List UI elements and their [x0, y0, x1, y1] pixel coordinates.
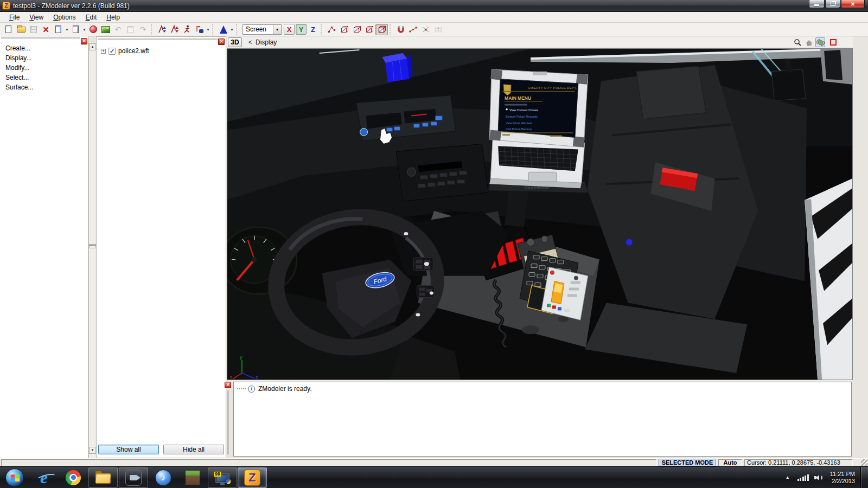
material-editor-icon[interactable]	[99, 24, 112, 35]
tool-move-vertices-icon[interactable]	[156, 24, 168, 35]
command-display[interactable]: Display...	[0, 53, 88, 63]
sel-edges-mode-icon[interactable]	[338, 24, 350, 35]
3d-scene-canvas[interactable]: TOUGHBOOK LIBERTY CITY POLICE DEPT. MAIN…	[227, 48, 853, 380]
primitive-dropdown-icon[interactable]: ▾	[229, 27, 234, 32]
commands-panel-close-button[interactable]: ✕	[81, 38, 87, 44]
create-primitive-cone-icon[interactable]	[217, 24, 229, 35]
taskbar-item-chrome[interactable]	[59, 467, 88, 488]
tool-skeleton-icon[interactable]	[193, 24, 206, 35]
command-create[interactable]: Create...	[0, 43, 88, 53]
dropdown-arrow-icon[interactable]: ▾	[273, 25, 281, 34]
volume-icon[interactable]	[814, 474, 824, 481]
axis-x-toggle[interactable]: X	[284, 24, 295, 35]
taskbar-item-game-launcher[interactable]: 99	[208, 467, 237, 488]
panel-drag-handle[interactable]	[1, 37, 80, 42]
axis-y-toggle[interactable]: Y	[296, 24, 307, 35]
scroll-down-icon[interactable]: ▼	[89, 447, 96, 454]
new-file-icon[interactable]	[2, 24, 15, 35]
headrest[interactable]	[636, 66, 706, 119]
taskbar-item-explorer[interactable]	[88, 467, 118, 488]
render-icon[interactable]	[87, 24, 99, 35]
sel-polygons-mode-icon[interactable]	[363, 24, 375, 35]
command-modify[interactable]: Modify...	[0, 63, 88, 73]
start-button[interactable]	[0, 467, 29, 488]
minimize-button[interactable]	[809, 0, 825, 8]
menu-options[interactable]: Options	[48, 12, 80, 22]
hide-all-button[interactable]: Hide all	[163, 445, 224, 454]
open-file-icon[interactable]	[15, 24, 27, 35]
taskbar-item-itunes[interactable]: ♪	[149, 467, 178, 488]
export-dropdown-icon[interactable]: ▾	[65, 27, 69, 32]
break-vertices-icon[interactable]	[419, 24, 432, 35]
status-mode-badge: SELECTED MODE	[659, 459, 716, 466]
import-dropdown-icon[interactable]: ▾	[82, 27, 87, 32]
menu-item-2[interactable]: Search Police Records	[506, 115, 538, 118]
taskbar-item-screen-recorder[interactable]	[119, 467, 148, 488]
menu-file[interactable]: File	[4, 12, 24, 22]
tray-clock[interactable]: 11:21 PM 2/2/2013	[830, 471, 855, 485]
redo-icon[interactable]: ↷	[137, 24, 149, 35]
helper-dot[interactable]	[626, 239, 633, 246]
import-icon[interactable]	[69, 24, 82, 35]
car-stereo[interactable]	[396, 144, 488, 201]
node-visibility-checkbox[interactable]: ✓	[108, 48, 116, 55]
title-bar[interactable]: Z testpol3 - ZModeler ver 2.2.6 (Build 9…	[0, 0, 868, 12]
police-computer-screen[interactable]: LIBERTY CITY POLICE DEPT. MAIN MENU View…	[498, 79, 578, 138]
delete-icon[interactable]: ✕	[40, 24, 52, 35]
log-panel-close-button[interactable]: ✕	[225, 382, 231, 388]
viewport-tab-display[interactable]: Display	[256, 38, 277, 46]
tool-scale-vertices-icon[interactable]	[168, 24, 181, 35]
network-icon[interactable]	[797, 474, 809, 481]
tree-node-row[interactable]: + ✓ police2.wft	[101, 47, 226, 55]
lighting-control-panel[interactable]	[541, 267, 588, 320]
log-drag-handle[interactable]	[227, 390, 229, 454]
close-button[interactable]: ✕	[841, 0, 865, 8]
save-icon[interactable]	[27, 24, 40, 35]
taskbar-item-internet-explorer[interactable]: e	[29, 467, 59, 488]
snap-to-grid-icon[interactable]	[432, 24, 444, 35]
undo-icon[interactable]: ↶	[112, 24, 124, 35]
taskbar-item-minecraft[interactable]	[178, 467, 207, 488]
back-arrow[interactable]: <	[248, 38, 252, 46]
space-mode-dropdown[interactable]: Screen ▾	[242, 24, 282, 35]
splitter-handle[interactable]	[89, 244, 96, 248]
history-icon[interactable]	[124, 24, 137, 35]
panel-drag-handle[interactable]	[98, 38, 218, 43]
show-all-button[interactable]: Show all	[98, 445, 159, 454]
skeleton-dropdown-icon[interactable]: ▾	[206, 27, 210, 32]
axis-z-toggle[interactable]: Z	[308, 24, 318, 35]
taskbar-item-zmodeler[interactable]: Z	[238, 467, 267, 488]
scroll-up-icon[interactable]: ▲	[89, 43, 96, 50]
command-select[interactable]: Select...	[0, 73, 88, 82]
weld-vertices-icon[interactable]	[407, 24, 419, 35]
export-icon[interactable]	[52, 24, 65, 35]
viewport-maximize-icon[interactable]	[830, 39, 837, 46]
menu-item-4[interactable]: Call Police Backup	[506, 128, 532, 131]
tray-expand-icon[interactable]: ▲	[786, 475, 790, 480]
menu-help[interactable]: Help	[101, 12, 125, 22]
snap-magnet-icon[interactable]	[394, 24, 407, 35]
pan-tool-icon[interactable]	[804, 37, 814, 47]
toolbar-separator	[151, 24, 154, 35]
resize-grip[interactable]	[861, 459, 867, 466]
command-surface[interactable]: Surface...	[0, 82, 88, 92]
expand-node-icon[interactable]: +	[101, 49, 106, 54]
tree-panel-close-button[interactable]: ✕	[218, 38, 225, 45]
commands-scrollbar[interactable]: ▲ ▼	[88, 43, 95, 458]
zoom-tool-icon[interactable]	[793, 37, 802, 47]
orbit-tool-icon[interactable]	[815, 37, 825, 47]
restore-button[interactable]	[825, 0, 840, 8]
show-desktop-button[interactable]	[860, 467, 868, 488]
badge-99: 99	[214, 471, 221, 477]
menu-view[interactable]: View	[24, 12, 48, 22]
view-mode-button[interactable]: 3D	[228, 37, 242, 47]
menu-item-1[interactable]: View Current Crimes	[509, 108, 538, 112]
sel-faces-mode-icon[interactable]	[350, 24, 363, 35]
rearview-mirror[interactable]	[771, 69, 806, 101]
tool-animate-icon[interactable]	[181, 24, 193, 35]
menu-edit[interactable]: Edit	[81, 12, 102, 22]
menu-item-3[interactable]: View Most Wanted	[506, 121, 532, 125]
sel-objects-mode-icon[interactable]	[375, 24, 388, 35]
tree-node-label[interactable]: police2.wft	[118, 47, 149, 55]
sel-vertices-mode-icon[interactable]	[326, 24, 338, 35]
